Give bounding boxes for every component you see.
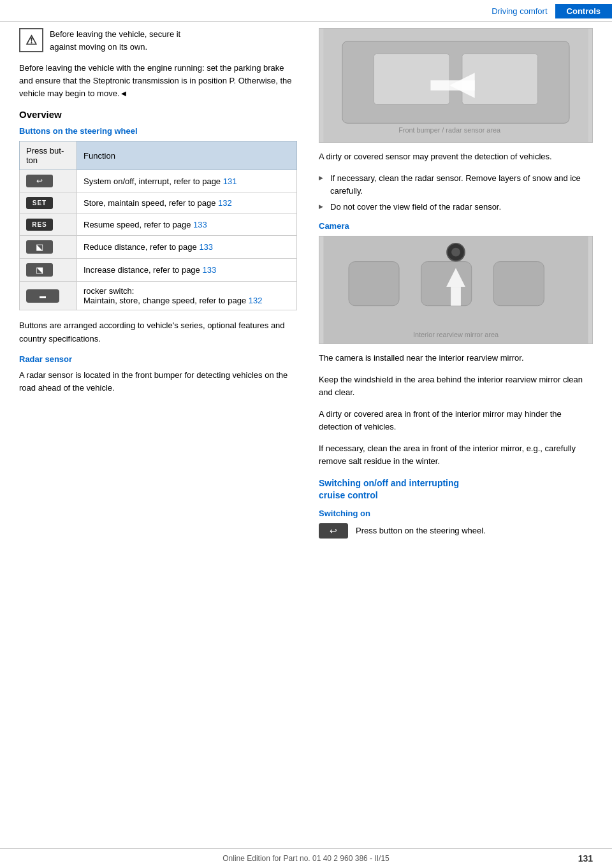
switching-section: Switching on/off and interrupting cruise… (319, 477, 593, 539)
footer-text: Online Edition for Part no. 01 40 2 960 … (222, 854, 390, 863)
table-row: ▬ rocker switch: Maintain, store, change… (20, 282, 297, 310)
radar-text: A radar sensor is located in the front b… (19, 369, 297, 394)
function-cell-3: Resume speed, refer to page 133 (77, 214, 297, 236)
button-increase: ⬔ (26, 263, 53, 277)
warning-box: ⚠ Before leaving the vehicle, secure it … (19, 28, 297, 53)
page-footer: Online Edition for Part no. 01 40 2 960 … (0, 848, 612, 868)
button-cell-1: ↩︎ (20, 170, 77, 192)
function-cell-4: Reduce distance, refer to page 133 (77, 236, 297, 259)
page-link-4[interactable]: 133 (199, 242, 213, 252)
button-cell-6: ▬ (20, 282, 77, 310)
footer-page-number: 131 (578, 853, 593, 864)
button-cell-4: ⬕ (20, 236, 77, 259)
button-res: RES (26, 219, 53, 231)
left-column: ⚠ Before leaving the vehicle, secure it … (19, 28, 312, 539)
camera-heading: Camera (319, 221, 593, 231)
overview-heading: Overview (19, 109, 297, 120)
camera-text-4: If necessary, clean the area in front of… (319, 442, 593, 468)
page-link-6[interactable]: 132 (249, 296, 263, 305)
header-controls: Controls (555, 4, 612, 18)
svg-rect-8 (349, 261, 399, 305)
buttons-section-heading: Buttons on the steering wheel (19, 126, 297, 136)
svg-rect-14 (451, 287, 461, 306)
svg-point-12 (451, 247, 460, 256)
right-column: Front bumper / radar sensor area A dirty… (312, 28, 593, 539)
switching-on-row: ↩︎ Press button on the steering wheel. (319, 523, 593, 539)
page-header: Driving comfort Controls (0, 0, 612, 22)
table-row: RES Resume speed, refer to page 133 (20, 214, 297, 236)
warning-text: Before leaving the vehicle, secure it ag… (50, 28, 180, 53)
switching-on-button-icon: ↩︎ (319, 523, 348, 539)
buttons-table: Press but­ton Function ↩︎ System on/off,… (19, 141, 297, 310)
table-header-function: Function (77, 141, 297, 170)
sensor-bullets: If necessary, clean the radar sensor. Re… (319, 172, 593, 213)
table-row: ↩︎ System on/off, interrupt, refer to pa… (20, 170, 297, 192)
radar-sensor-image: Front bumper / radar sensor area (319, 28, 593, 143)
function-cell-2: Store, maintain speed, refer to page 132 (77, 192, 297, 214)
button-cell-5: ⬔ (20, 259, 77, 282)
camera-image: Interior rearview mirror area (319, 236, 593, 344)
button-cell-2: SET (20, 192, 77, 214)
function-cell-1: System on/off, interrupt, refer to page … (77, 170, 297, 192)
button-cell-3: RES (20, 214, 77, 236)
camera-text-3: A dirty or covered area in front of the … (319, 408, 593, 433)
sensor-caption: A dirty or covered sensor may prevent th… (319, 150, 593, 163)
svg-rect-2 (374, 54, 449, 105)
function-cell-5: Increase distance, refer to page 133 (77, 259, 297, 282)
table-row: ⬔ Increase distance, refer to page 133 (20, 259, 297, 282)
sensor-bullet-2: Do not cover the view field of the radar… (319, 201, 593, 213)
page-link-3[interactable]: 133 (193, 220, 207, 229)
intro-paragraph: Before leaving the vehicle with the engi… (19, 62, 297, 100)
main-content: ⚠ Before leaving the vehicle, secure it … (0, 28, 612, 539)
switching-main-heading: Switching on/off and interrupting cruise… (319, 477, 593, 502)
svg-rect-10 (493, 261, 544, 305)
table-row: SET Store, maintain speed, refer to page… (20, 192, 297, 214)
button-rocker: ▬ (26, 289, 59, 303)
svg-rect-5 (430, 80, 474, 90)
camera-text-1: The camera is installed near the interio… (319, 352, 593, 365)
button-set: SET (26, 197, 53, 209)
page-link-1[interactable]: 131 (223, 177, 237, 186)
button-reduce: ⬕ (26, 240, 53, 254)
button-icon-1: ↩︎ (26, 175, 53, 187)
table-row: ⬕ Reduce distance, refer to page 133 (20, 236, 297, 259)
camera-text-2: Keep the windshield in the area behind t… (319, 373, 593, 399)
switching-on-subheading: Switching on (319, 509, 593, 518)
page-link-2[interactable]: 132 (218, 198, 232, 208)
svg-rect-9 (421, 261, 472, 305)
svg-text:Front bumper / radar sensor ar: Front bumper / radar sensor area (398, 126, 501, 134)
page-link-5[interactable]: 133 (202, 265, 216, 275)
switching-on-text: Press button on the steering wheel. (356, 526, 486, 535)
svg-text:Interior rearview mirror area: Interior rearview mirror area (413, 331, 499, 338)
header-driving-comfort: Driving comfort (492, 6, 555, 16)
warning-icon: ⚠ (19, 28, 43, 52)
function-cell-6: rocker switch: Maintain, store, change s… (77, 282, 297, 310)
radar-heading: Radar sensor (19, 354, 297, 364)
buttons-note: Buttons are arranged according to vehicl… (19, 319, 297, 345)
sensor-bullet-1: If necessary, clean the radar sensor. Re… (319, 172, 593, 197)
table-header-press: Press but­ton (20, 141, 77, 170)
